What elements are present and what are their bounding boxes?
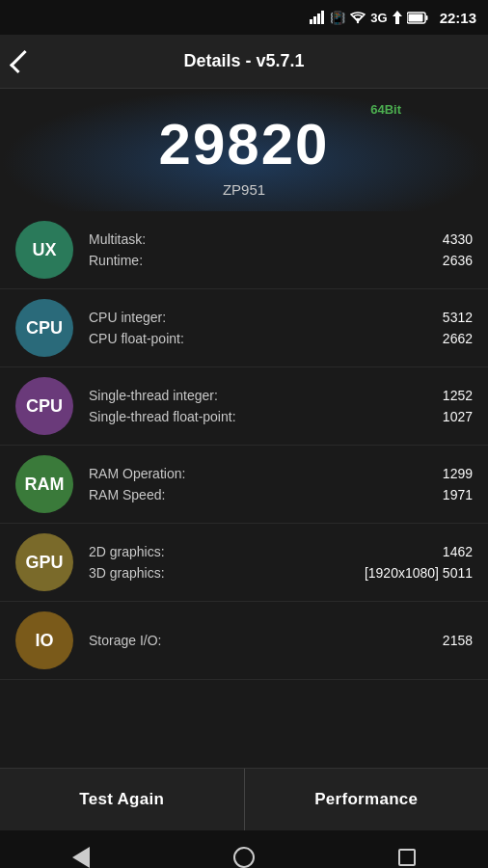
bottom-buttons: Test Again Performance bbox=[0, 768, 488, 830]
signal-up-icon bbox=[393, 11, 402, 24]
bench-label: RAM Speed: bbox=[89, 487, 165, 502]
bench-row: CPUCPU integer:5312CPU float-point:2662 bbox=[0, 289, 488, 367]
bench-row: GPU2D graphics:14623D graphics:[1920x108… bbox=[0, 524, 488, 602]
bench-label: CPU float-point: bbox=[89, 331, 184, 346]
status-bar: 📳 3G 22:13 bbox=[0, 0, 488, 35]
bench-value: 1027 bbox=[443, 409, 473, 424]
bench-metrics: Single-thread integer:1252Single-thread … bbox=[89, 385, 473, 427]
bench-value: 1299 bbox=[443, 466, 473, 481]
bench-value: 2662 bbox=[443, 331, 473, 346]
bench-metrics: 2D graphics:14623D graphics:[1920x1080] … bbox=[89, 541, 473, 583]
bench-icon-io-5: IO bbox=[15, 611, 73, 669]
bench-metrics: RAM Operation:1299RAM Speed:1971 bbox=[89, 463, 473, 505]
nav-recents-icon[interactable] bbox=[398, 849, 416, 866]
svg-marker-5 bbox=[393, 11, 402, 24]
device-name: ZP951 bbox=[0, 181, 488, 198]
bench-row: RAMRAM Operation:1299RAM Speed:1971 bbox=[0, 446, 488, 524]
bench-value: 2636 bbox=[443, 253, 473, 268]
performance-button[interactable]: Performance bbox=[245, 769, 489, 830]
vibrate-icon: 📳 bbox=[330, 11, 345, 25]
svg-rect-1 bbox=[313, 16, 316, 24]
bench-label: Single-thread integer: bbox=[89, 388, 218, 403]
bench-icon-cpu-2: CPU bbox=[15, 377, 73, 435]
bench-value: 1971 bbox=[443, 487, 473, 502]
content-area: UXMultitask:4330Runtime:2636CPUCPU integ… bbox=[0, 211, 488, 768]
battery-icon bbox=[407, 12, 428, 24]
bit-badge: 64Bit bbox=[370, 102, 401, 117]
bench-row: IOStorage I/O:2158 bbox=[0, 602, 488, 680]
header-title: Details - v5.7.1 bbox=[183, 51, 304, 71]
bench-value: 1462 bbox=[443, 544, 473, 559]
bench-row: CPUSingle-thread integer:1252Single-thre… bbox=[0, 367, 488, 446]
bench-value: 2158 bbox=[443, 633, 473, 648]
signal-icon bbox=[310, 10, 325, 25]
svg-rect-2 bbox=[317, 14, 320, 24]
svg-rect-3 bbox=[321, 11, 324, 24]
score-number: 29820 bbox=[0, 116, 488, 174]
bench-value: [1920x1080] 5011 bbox=[365, 565, 473, 581]
bench-metric-row: 3D graphics:[1920x1080] 5011 bbox=[89, 562, 473, 583]
wifi-icon bbox=[350, 11, 366, 24]
svg-rect-0 bbox=[310, 19, 312, 24]
bench-label: Single-thread float-point: bbox=[89, 409, 236, 424]
status-time: 22:13 bbox=[440, 10, 476, 26]
back-button[interactable] bbox=[10, 49, 33, 72]
bench-metric-row: 2D graphics:1462 bbox=[89, 541, 473, 562]
bench-metric-row: RAM Operation:1299 bbox=[89, 463, 473, 484]
bench-value: 1252 bbox=[443, 388, 473, 403]
bench-metric-row: Single-thread integer:1252 bbox=[89, 385, 473, 406]
svg-rect-7 bbox=[408, 14, 422, 21]
bench-metric-row: Runtime:2636 bbox=[89, 250, 473, 271]
bench-metric-row: RAM Speed:1971 bbox=[89, 484, 473, 505]
bench-icon-ram-3: RAM bbox=[15, 455, 73, 513]
bench-label: 2D graphics: bbox=[89, 544, 165, 559]
bench-metrics: Multitask:4330Runtime:2636 bbox=[89, 229, 473, 271]
status-icons: 📳 3G bbox=[310, 10, 427, 25]
score-section: 64Bit 29820 ZP951 bbox=[0, 89, 488, 211]
nav-home-icon[interactable] bbox=[233, 847, 255, 868]
bench-metrics: CPU integer:5312CPU float-point:2662 bbox=[89, 307, 473, 349]
bench-metrics: Storage I/O:2158 bbox=[89, 630, 473, 651]
bench-label: CPU integer: bbox=[89, 310, 166, 325]
bench-label: RAM Operation: bbox=[89, 466, 185, 481]
bench-label: Runtime: bbox=[89, 253, 143, 268]
bench-metric-row: Single-thread float-point:1027 bbox=[89, 406, 473, 427]
bench-metric-row: Storage I/O:2158 bbox=[89, 630, 473, 651]
bench-metric-row: Multitask:4330 bbox=[89, 229, 473, 250]
header: Details - v5.7.1 bbox=[0, 35, 488, 89]
svg-point-4 bbox=[357, 21, 359, 23]
svg-rect-8 bbox=[425, 15, 427, 20]
bench-icon-cpu-1: CPU bbox=[15, 299, 73, 357]
bench-icon-gpu-4: GPU bbox=[15, 533, 73, 591]
bench-label: Multitask: bbox=[89, 231, 146, 247]
bench-metric-row: CPU integer:5312 bbox=[89, 307, 473, 328]
bench-row: UXMultitask:4330Runtime:2636 bbox=[0, 211, 488, 289]
nav-back-icon[interactable] bbox=[72, 847, 90, 868]
bench-metric-row: CPU float-point:2662 bbox=[89, 328, 473, 349]
test-again-button[interactable]: Test Again bbox=[0, 769, 245, 830]
3g-icon: 3G bbox=[370, 11, 387, 25]
nav-bar bbox=[0, 830, 488, 868]
bench-value: 4330 bbox=[443, 231, 473, 247]
bench-label: Storage I/O: bbox=[89, 633, 161, 648]
bench-value: 5312 bbox=[443, 310, 473, 325]
bench-label: 3D graphics: bbox=[89, 565, 165, 581]
bench-icon-ux-0: UX bbox=[15, 221, 73, 279]
